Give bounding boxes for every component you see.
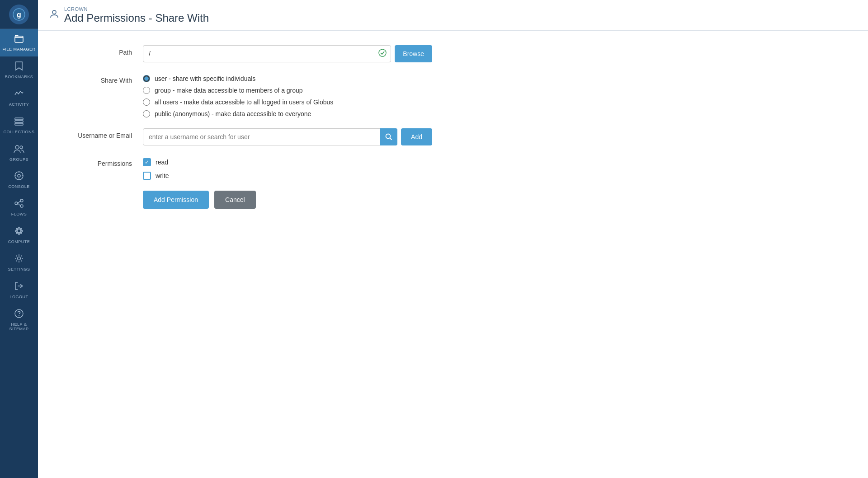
- radio-all-users[interactable]: [143, 98, 150, 106]
- svg-point-15: [20, 199, 23, 202]
- username-row: Username or Email Add: [60, 128, 846, 145]
- svg-point-7: [20, 146, 23, 149]
- settings-icon: [14, 253, 24, 266]
- svg-rect-3: [15, 118, 23, 120]
- groups-icon: [14, 144, 24, 156]
- username-input-wrapper: [143, 128, 397, 145]
- svg-rect-5: [15, 123, 23, 125]
- sidebar-item-console[interactable]: CONSOLE: [0, 166, 38, 194]
- svg-point-19: [19, 234, 20, 235]
- sidebar-item-compute[interactable]: COMPUTE: [0, 221, 38, 249]
- permissions-row: Permissions read write: [60, 156, 846, 180]
- sidebar-item-logout[interactable]: LOGOUT: [0, 276, 38, 304]
- share-option-public-label: public (anonymous) - make data accessibl…: [155, 110, 311, 117]
- svg-point-31: [379, 49, 386, 56]
- path-check-icon: [378, 49, 387, 59]
- svg-point-23: [20, 232, 22, 234]
- add-user-button[interactable]: Add: [401, 128, 432, 145]
- share-option-user[interactable]: user - share with specific individuals: [143, 75, 432, 82]
- sidebar-item-flows[interactable]: FLOWS: [0, 194, 38, 221]
- action-buttons: Add Permission Cancel: [60, 191, 846, 209]
- username-input-group: Add: [143, 128, 432, 145]
- share-with-radio-group: user - share with specific individuals g…: [143, 73, 432, 117]
- app-logo: g: [9, 5, 29, 24]
- svg-point-20: [15, 230, 17, 232]
- svg-rect-4: [15, 121, 23, 122]
- permission-write[interactable]: write: [143, 172, 432, 180]
- breadcrumb: LCROWN: [64, 6, 209, 12]
- sidebar: g FILE MANAGER BOOKMARKS ACTIVITY: [0, 0, 38, 478]
- username-label: Username or Email: [60, 128, 132, 139]
- permission-read[interactable]: read: [143, 158, 432, 166]
- svg-point-9: [18, 174, 20, 177]
- path-input-wrapper: [143, 45, 391, 62]
- svg-point-16: [20, 205, 23, 207]
- activity-icon: [14, 89, 24, 101]
- read-checkbox[interactable]: [143, 158, 151, 166]
- search-button[interactable]: [380, 128, 397, 145]
- svg-point-30: [52, 10, 56, 14]
- path-label: Path: [60, 45, 132, 56]
- share-option-user-label: user - share with specific individuals: [155, 75, 255, 82]
- svg-point-6: [15, 145, 19, 149]
- sidebar-item-label: SETTINGS: [8, 267, 30, 272]
- console-icon: [14, 171, 24, 183]
- share-with-form-control: user - share with specific individuals g…: [143, 73, 432, 117]
- path-form-control: Browse: [143, 45, 432, 62]
- share-option-all-users[interactable]: all users - make data accessible to all …: [143, 98, 432, 106]
- share-with-row: Share With user - share with specific in…: [60, 73, 846, 117]
- help-icon: [14, 309, 24, 321]
- share-option-public[interactable]: public (anonymous) - make data accessibl…: [143, 110, 432, 117]
- share-option-all-users-label: all users - make data accessible to all …: [155, 98, 333, 106]
- header-icon: [49, 9, 60, 22]
- sidebar-item-help[interactable]: HELP & SITEMAP: [0, 304, 38, 336]
- svg-line-33: [390, 138, 392, 140]
- svg-point-25: [16, 232, 18, 234]
- sidebar-item-label: LOGOUT: [9, 295, 28, 300]
- svg-text:g: g: [17, 11, 21, 19]
- sidebar-item-groups[interactable]: GROUPS: [0, 139, 38, 167]
- radio-user[interactable]: [143, 75, 150, 82]
- bookmarks-icon: [14, 61, 24, 73]
- main-content: LCROWN Add Permissions - Share With Path: [38, 0, 868, 478]
- header-title-group: LCROWN Add Permissions - Share With: [64, 6, 209, 24]
- sidebar-item-label: BOOKMARKS: [5, 75, 33, 80]
- svg-rect-2: [15, 36, 23, 42]
- sidebar-item-settings[interactable]: SETTINGS: [0, 249, 38, 276]
- write-label: write: [156, 172, 169, 179]
- username-form-control: Add: [143, 128, 432, 145]
- path-row: Path Browse: [60, 45, 846, 62]
- form-content: Path Browse: [38, 31, 868, 478]
- username-input[interactable]: [143, 128, 397, 145]
- sidebar-item-label: FLOWS: [11, 212, 27, 217]
- browse-button[interactable]: Browse: [395, 45, 432, 62]
- permissions-form-control: read write: [143, 156, 432, 180]
- sidebar-logo: g: [0, 0, 38, 29]
- svg-point-18: [19, 227, 20, 229]
- permissions-checkbox-group: read write: [143, 156, 432, 180]
- radio-public[interactable]: [143, 110, 150, 117]
- sidebar-item-file-manager[interactable]: FILE MANAGER: [0, 29, 38, 56]
- read-label: read: [156, 159, 168, 166]
- logout-icon: [14, 281, 24, 293]
- cancel-button[interactable]: Cancel: [214, 191, 256, 209]
- sidebar-item-label: FILE MANAGER: [2, 47, 35, 52]
- svg-point-29: [19, 315, 19, 316]
- add-permission-button[interactable]: Add Permission: [143, 191, 209, 209]
- sidebar-item-activity[interactable]: ACTIVITY: [0, 84, 38, 112]
- sidebar-item-label: COLLECTIONS: [3, 130, 34, 135]
- path-input-group: Browse: [143, 45, 432, 62]
- radio-group[interactable]: [143, 87, 150, 94]
- sidebar-item-collections[interactable]: COLLECTIONS: [0, 112, 38, 139]
- permissions-label: Permissions: [60, 156, 132, 167]
- svg-point-22: [16, 228, 18, 230]
- collections-icon: [14, 116, 24, 128]
- svg-point-21: [22, 230, 23, 232]
- write-checkbox[interactable]: [143, 172, 151, 180]
- svg-point-24: [20, 228, 22, 230]
- path-input[interactable]: [143, 45, 391, 62]
- sidebar-item-bookmarks[interactable]: BOOKMARKS: [0, 56, 38, 84]
- sidebar-item-label: GROUPS: [9, 158, 28, 162]
- share-option-group[interactable]: group - make data accessible to members …: [143, 87, 432, 94]
- sidebar-item-label: HELP & SITEMAP: [2, 323, 36, 332]
